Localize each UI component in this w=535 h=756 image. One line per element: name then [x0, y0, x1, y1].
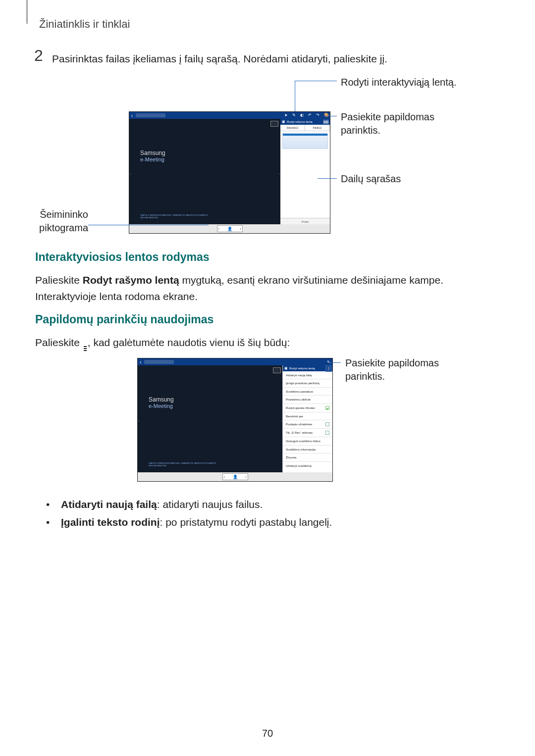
- sec2-pre: Palieskite: [35, 337, 83, 348]
- slide-next-icon[interactable]: ›: [278, 172, 280, 176]
- menu-item[interactable]: Išsaugoti susitikimo failus: [283, 437, 332, 445]
- slide-brand-line1: Samsung: [140, 150, 165, 156]
- tab-participants[interactable]: Dalyviai(1): [280, 125, 305, 131]
- slide-brand-line1: Samsung: [149, 396, 174, 403]
- redo-icon[interactable]: ↷: [316, 113, 320, 117]
- leader-line: [318, 178, 337, 179]
- page-side-rule: [27, 0, 27, 24]
- nav-prev-icon[interactable]: ‹: [218, 227, 219, 231]
- menu-item-label: Puslapis užrakintas: [286, 422, 312, 426]
- bullet-desc: : po pristatymu rodyti pastabų langelį.: [160, 516, 332, 528]
- callout-file-list: Dailų sąrašas: [341, 172, 401, 186]
- menu-item[interactable]: Atidaryti naują failą: [283, 371, 332, 379]
- callout-show-whiteboard: Rodyti interaktyviąją lentą.: [341, 76, 470, 89]
- menu-item-checkbox[interactable]: [325, 406, 329, 410]
- callout-more-options: Pasiekite papildomas parinktis.: [341, 110, 470, 137]
- menu-item[interactable]: Rodyti gautas žinutes: [283, 404, 332, 412]
- figure-emeeting-files: ‹ ➤ ✎ ◐ ↶ ↷ 🎨 Samsung e-Meeting SIMPLE &…: [129, 111, 330, 234]
- nav-next-icon[interactable]: ›: [240, 227, 241, 231]
- sec1-bold: Rodyt rašymo lentą: [83, 274, 179, 286]
- menu-item-checkbox[interactable]: [325, 422, 329, 426]
- figure-bottombar: ‹ 👤 ›: [129, 224, 330, 233]
- page-number: 70: [0, 728, 535, 739]
- back-icon[interactable]: ‹: [129, 113, 135, 118]
- heading-interactive-board: Interaktyviosios lentos rodymas: [35, 251, 210, 264]
- sec1-pre: Palieskite: [35, 274, 83, 286]
- nav-owner-icon: 👤: [227, 227, 232, 231]
- menu-item[interactable]: Bendrinti per: [283, 412, 332, 420]
- sec2-post: , kad galėtumėte naudotis vienu iš šių b…: [88, 337, 290, 348]
- bullet-term: Atidaryti naują failą: [61, 499, 157, 510]
- undo-icon[interactable]: ↶: [308, 113, 312, 117]
- eraser-icon[interactable]: ◐: [300, 113, 304, 117]
- menu-item[interactable]: Susitikimo pastabos: [283, 388, 332, 396]
- slide-nav[interactable]: ‹ 👤 ›: [222, 473, 248, 480]
- heading-additional-options: Papildomų parinkčių naudojimas: [35, 313, 214, 326]
- menu-item-label: Uždaryti susitikimą: [286, 464, 312, 467]
- files-panel: ▣ Rodyt rašymo lentą Dalyviai(1) Failai(…: [280, 119, 330, 224]
- toolbar: ‹ ➤ ✎ ◐ ↶ ↷ 🎨: [129, 112, 330, 119]
- menu-item-checkbox[interactable]: [325, 431, 329, 435]
- more-options-icon[interactable]: [323, 119, 329, 124]
- pen-icon[interactable]: ✎: [327, 360, 332, 364]
- nav-owner-icon: 👤: [233, 475, 238, 479]
- menu-item[interactable]: Žinynas: [283, 454, 332, 461]
- slide-nav[interactable]: ‹ 👤 ›: [217, 225, 243, 232]
- leader-line: [324, 116, 337, 116]
- bullet-item: Įgalinti teksto rodinį: po pristatymu ro…: [46, 513, 472, 531]
- leader-line: [328, 362, 341, 363]
- menu-item[interactable]: Tik „S Pen“ režimas: [283, 429, 332, 437]
- palette-icon[interactable]: 🎨: [324, 113, 328, 117]
- slide-brand-line2: e-Meeting: [140, 156, 165, 162]
- slide-prev-icon[interactable]: ›: [138, 419, 140, 423]
- slide-thumbnail-icon: [273, 367, 281, 373]
- step-text: Pasirinktas failas įkeliamas į failų sąr…: [52, 53, 387, 65]
- leader-line: [295, 81, 295, 111]
- show-drawing-board-button[interactable]: Rodyt rašymo lentą: [287, 120, 323, 123]
- menu-item-label: Išsaugoti susitikimo failus: [286, 439, 321, 443]
- presentation-slide: Samsung e-Meeting SIMPLE & PAPERLESS MEE…: [129, 119, 280, 224]
- menu-item[interactable]: Įjungti protokolo peržiūrą: [283, 379, 332, 387]
- menu-item[interactable]: Pranešimų dėžutė: [283, 396, 332, 403]
- nav-prev-icon[interactable]: ‹: [224, 475, 225, 479]
- tab-files[interactable]: Failai(1): [305, 125, 330, 131]
- more-options-icon[interactable]: [325, 365, 332, 372]
- menu-item-label: Įjungti protokolo peržiūrą: [286, 381, 320, 385]
- slide-prev-icon[interactable]: ›: [130, 172, 131, 176]
- menu-item-label: Rodyti gautas žinutes: [286, 406, 315, 409]
- slide-brand-line2: e-Meeting: [149, 403, 174, 409]
- leader-line: [88, 225, 209, 225]
- menu-item-label: Pranešimų dėžutė: [286, 398, 311, 401]
- pen-icon[interactable]: ✎: [292, 113, 296, 117]
- bullet-dot-icon: [46, 513, 61, 531]
- menu-item[interactable]: Susitikimo informacija: [283, 446, 332, 454]
- show-drawing-board-button[interactable]: Rodyt rašymo lentą: [289, 367, 325, 370]
- slide-footer-line2: SECURE MEETING: [140, 217, 208, 219]
- file-list-item[interactable]: [282, 133, 328, 149]
- bullet-item: Atidaryti naują failą: atidaryti naujus …: [46, 496, 472, 513]
- menu-item-label: Bendrinti per: [286, 414, 303, 418]
- more-options-inline-icon: [84, 345, 87, 352]
- pointer-icon[interactable]: ➤: [284, 113, 288, 117]
- callout-owner-icon: Šeimininko piktograma: [36, 208, 88, 235]
- section-breadcrumb: Žiniatinklis ir tinklai: [39, 18, 130, 31]
- nav-next-icon[interactable]: ›: [245, 475, 246, 479]
- options-dropdown: ▣ Rodyt rašymo lentą Atidaryti naują fai…: [282, 365, 332, 472]
- title-placeholder: [136, 113, 165, 117]
- back-icon[interactable]: ‹: [138, 359, 143, 365]
- bullet-desc: : atidaryti naujus failus.: [157, 499, 263, 510]
- menu-item-label: Susitikimo pastabos: [286, 390, 313, 393]
- presentation-slide: Samsung e-Meeting SIMPLE & PAPERLESS MEE…: [138, 365, 283, 472]
- bullet-dot-icon: [46, 496, 61, 513]
- whiteboard-icon[interactable]: ▣: [283, 366, 289, 370]
- whiteboard-icon[interactable]: ▣: [280, 120, 287, 124]
- figure-emeeting-menu: ‹ ✎ Samsung e-Meeting SIMPLE & PAPERLESS…: [137, 358, 333, 482]
- menu-item-label: Susitikimo informacija: [286, 448, 316, 451]
- step-number: 2: [34, 47, 43, 65]
- slide-thumbnail-icon: [270, 121, 278, 127]
- menu-item[interactable]: Puslapis užrakintas: [283, 420, 332, 429]
- title-placeholder: [144, 360, 174, 364]
- menu-item[interactable]: Uždaryti susitikimą: [283, 462, 332, 469]
- figure-bottombar: ‹ 👤 ›: [138, 472, 332, 481]
- menu-item-label: Žinynas: [286, 455, 297, 459]
